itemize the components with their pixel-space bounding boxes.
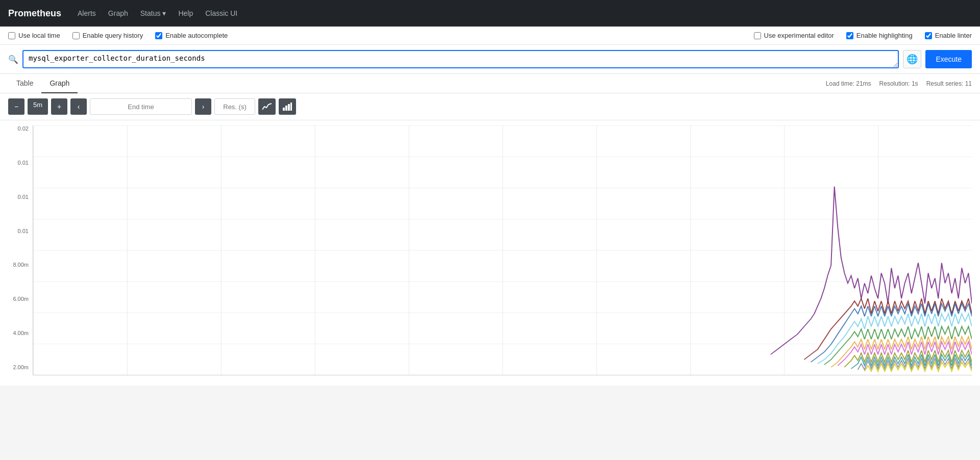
y-label-2: 6.00m (13, 296, 29, 302)
enable-autocomplete-checkbox[interactable] (155, 32, 162, 39)
chart-container (33, 125, 972, 375)
y-label-1: 4.00m (13, 330, 29, 336)
options-bar: Use local time Enable query history Enab… (0, 27, 980, 45)
tabs-row: Table Graph Load time: 21ms Resolution: … (0, 74, 980, 93)
meta-info: Load time: 21ms Resolution: 1s Result se… (826, 80, 972, 87)
execute-button[interactable]: Execute (925, 50, 972, 68)
help-link[interactable]: Help (178, 9, 193, 17)
enable-linter-label: Enable linter (935, 32, 972, 39)
enable-highlighting-option[interactable]: Enable highlighting (846, 32, 913, 39)
svg-rect-3 (290, 103, 292, 111)
graph-controls: − 5m + ‹ › (0, 93, 980, 120)
metrics-explorer-button[interactable]: 🌐 (903, 50, 921, 68)
y-label-5: 0.01 (18, 194, 29, 200)
enable-query-history-checkbox[interactable] (72, 32, 80, 39)
end-time-input[interactable] (90, 98, 192, 115)
chart-svg (33, 125, 972, 375)
tab-graph[interactable]: Graph (41, 74, 78, 93)
y-label-0: 2.00m (13, 364, 29, 370)
svg-rect-2 (288, 104, 290, 111)
stacked-chart-button[interactable] (279, 98, 296, 115)
svg-rect-1 (285, 106, 287, 111)
use-experimental-editor-label: Use experimental editor (764, 32, 834, 39)
range-display: 5m (28, 98, 48, 115)
enable-query-history-label: Enable query history (83, 32, 143, 39)
line-chart-button[interactable] (258, 98, 276, 115)
brand-logo: Prometheus (8, 8, 61, 19)
enable-linter-checkbox[interactable] (925, 32, 932, 39)
use-local-time-label: Use local time (18, 32, 60, 39)
time-prev-button[interactable]: ‹ (70, 98, 87, 115)
range-plus-button[interactable]: + (51, 98, 67, 115)
y-label-6: 0.01 (18, 160, 29, 166)
graph-link[interactable]: Graph (108, 9, 128, 17)
alerts-link[interactable]: Alerts (78, 9, 96, 17)
range-minus-button[interactable]: − (8, 98, 24, 115)
enable-query-history-option[interactable]: Enable query history (72, 32, 143, 39)
y-label-3: 8.00m (13, 262, 29, 268)
enable-highlighting-checkbox[interactable] (846, 32, 853, 39)
enable-linter-option[interactable]: Enable linter (925, 32, 972, 39)
enable-highlighting-label: Enable highlighting (856, 32, 913, 39)
query-bar: 🔍 mysql_exporter_collector_duration_seco… (0, 45, 980, 74)
use-local-time-option[interactable]: Use local time (8, 32, 60, 39)
line-chart-icon (262, 103, 272, 111)
resolution: Resolution: 1s (879, 80, 918, 87)
enable-autocomplete-option[interactable]: Enable autocomplete (155, 32, 228, 39)
result-series: Result series: 11 (926, 80, 972, 87)
classic-ui-link[interactable]: Classic UI (205, 9, 237, 17)
load-time: Load time: 21ms (826, 80, 871, 87)
query-input[interactable]: mysql_exporter_collector_duration_second… (22, 50, 899, 68)
use-local-time-checkbox[interactable] (8, 32, 15, 39)
use-experimental-editor-checkbox[interactable] (754, 32, 761, 39)
navbar: Prometheus Alerts Graph Status ▾ Help Cl… (0, 0, 980, 27)
view-tabs: Table Graph (8, 74, 78, 93)
svg-rect-4 (33, 125, 972, 375)
y-axis: 0.02 0.01 0.01 0.01 8.00m 6.00m 4.00m 2.… (4, 125, 29, 370)
y-label-7: 0.02 (18, 125, 29, 132)
status-dropdown[interactable]: Status ▾ (140, 9, 166, 17)
search-icon: 🔍 (8, 50, 18, 68)
enable-autocomplete-label: Enable autocomplete (165, 32, 228, 39)
use-experimental-editor-option[interactable]: Use experimental editor (754, 32, 834, 39)
time-next-button[interactable]: › (195, 98, 211, 115)
chevron-down-icon: ▾ (162, 9, 166, 17)
resolution-input[interactable] (214, 98, 255, 115)
tab-table[interactable]: Table (8, 74, 41, 93)
svg-rect-0 (283, 108, 285, 111)
stacked-chart-icon (283, 103, 292, 111)
graph-area: 0.02 0.01 0.01 0.01 8.00m 6.00m 4.00m 2.… (0, 120, 980, 386)
y-label-4: 0.01 (18, 228, 29, 234)
